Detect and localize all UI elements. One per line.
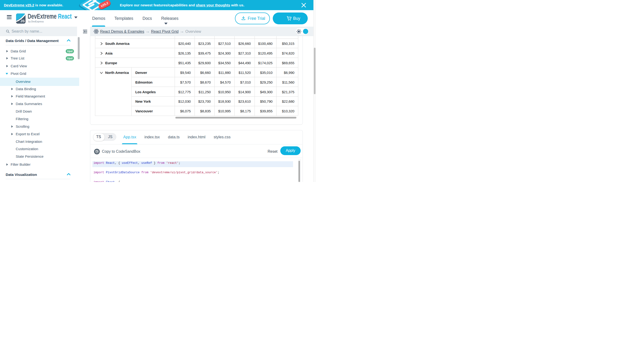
svg-text:JS: JS <box>20 19 25 23</box>
